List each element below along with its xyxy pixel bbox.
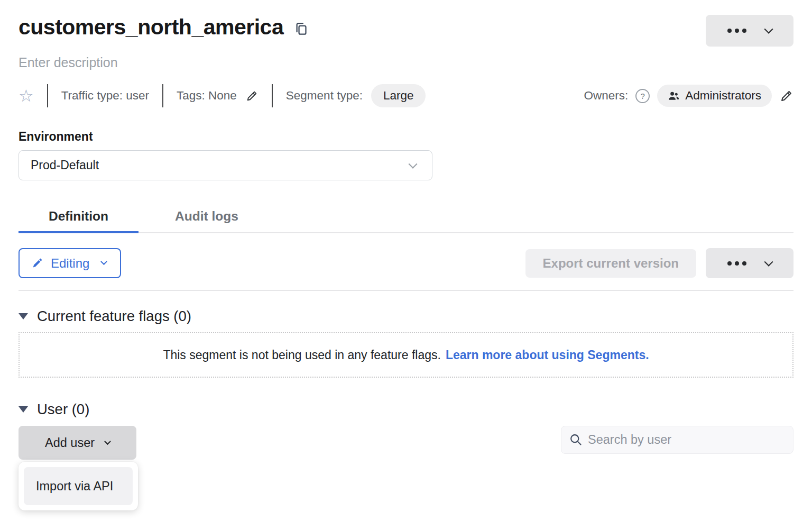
segment-detail-page: customers_north_america Enter descriptio… [0,15,812,460]
add-user-dropdown-menu: Import via API [19,462,138,510]
environment-label: Environment [19,130,793,144]
edit-tags-pencil-icon[interactable] [245,89,259,103]
owners-label: Owners: [584,89,628,103]
export-version-button[interactable]: Export current version [525,249,696,278]
tab-bar: Definition Audit logs [19,200,793,233]
environment-select[interactable]: Prod-Default [19,150,432,180]
header-more-button[interactable] [706,15,793,47]
toolbar-more-button[interactable] [706,248,793,278]
tab-definition[interactable]: Definition [19,200,139,232]
tab-audit-logs[interactable]: Audit logs [139,200,275,232]
user-section-title: User (0) [37,401,89,418]
search-icon [569,433,583,447]
user-controls-row: Add user Import via API [19,426,793,460]
ellipsis-icon [727,29,746,33]
description-field[interactable]: Enter description [19,55,793,70]
empty-state-message: This segment is not being used in any fe… [163,348,440,362]
title-group: customers_north_america [19,15,308,40]
copy-icon[interactable] [294,21,308,37]
owners-chip[interactable]: Administrators [657,85,772,107]
editing-label: Editing [51,256,89,271]
learn-more-link[interactable]: Learn more about using Segments. [446,348,649,362]
edit-owners-pencil-icon[interactable] [779,89,793,103]
collapse-triangle-icon [19,313,28,319]
add-user-label: Add user [45,436,95,450]
collapse-triangle-icon [19,406,28,413]
chevron-down-icon [101,258,108,265]
ellipsis-icon [727,261,746,266]
search-input[interactable] [588,433,786,447]
user-section-header[interactable]: User (0) [19,401,793,418]
segment-type-badge: Large [371,84,426,107]
feature-flags-section-header[interactable]: Current feature flags (0) [19,308,793,325]
divider [162,84,163,107]
help-icon[interactable]: ? [635,89,650,103]
user-search-box [561,426,793,454]
people-icon [668,90,680,102]
chevron-down-icon [104,438,111,445]
divider [272,84,273,107]
menu-item-import-via-api[interactable]: Import via API [24,467,133,505]
chevron-down-icon [764,257,773,266]
owners-value: Administrators [685,89,761,103]
segment-type-group: Segment type: Large [286,84,426,107]
add-user-button[interactable]: Add user [19,426,136,460]
feature-flags-section-title: Current feature flags (0) [37,308,191,325]
chevron-down-icon [764,25,773,34]
meta-row: ☆ Traffic type: user Tags: None Segment … [19,84,793,107]
traffic-type: Traffic type: user [61,89,149,103]
tags-label: Tags: None [177,89,237,103]
editing-status-button[interactable]: Editing [19,248,121,278]
definition-toolbar: Editing Export current version [19,248,793,278]
segment-type-label: Segment type: [286,89,363,103]
divider [47,84,48,107]
pencil-icon [32,258,43,269]
tags-group: Tags: None [177,89,259,103]
environment-selected-value: Prod-Default [31,158,99,172]
page-title: customers_north_america [19,15,283,40]
divider [19,290,793,291]
feature-flags-empty-state: This segment is not being used in any fe… [19,332,793,378]
add-user-dropdown-group: Add user Import via API [19,426,136,460]
chevron-down-icon [409,159,418,168]
owners-group: Owners: ? Administrators [584,85,793,107]
header: customers_north_america [19,15,793,47]
star-icon[interactable]: ☆ [19,87,34,104]
